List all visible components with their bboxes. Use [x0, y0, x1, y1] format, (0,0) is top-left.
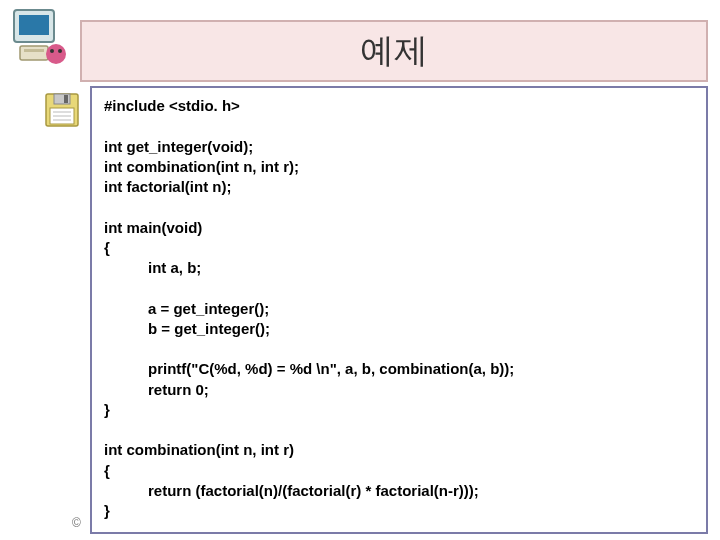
- code-line: {: [104, 238, 694, 258]
- code-blank: [104, 420, 694, 440]
- code-line: int factorial(int n);: [104, 177, 694, 197]
- code-line: printf("C(%d, %d) = %d \n", a, b, combin…: [104, 359, 694, 379]
- code-line: return 0;: [104, 380, 694, 400]
- code-line: b = get_integer();: [104, 319, 694, 339]
- code-line: #include <stdio. h>: [104, 96, 694, 116]
- svg-rect-9: [64, 95, 68, 103]
- code-line: int combination(int n, int r);: [104, 157, 694, 177]
- code-line: a = get_integer();: [104, 299, 694, 319]
- svg-point-4: [46, 44, 66, 64]
- svg-rect-2: [20, 46, 48, 60]
- svg-rect-3: [24, 49, 44, 52]
- code-line: }: [104, 501, 694, 521]
- code-box: #include <stdio. h> int get_integer(void…: [90, 86, 708, 534]
- code-line: {: [104, 461, 694, 481]
- copyright-symbol: ©: [72, 516, 81, 530]
- page-title: 예제: [360, 28, 428, 74]
- code-blank: [104, 116, 694, 136]
- code-line: return (factorial(n)/(factorial(r) * fac…: [104, 481, 694, 501]
- code-line: int a, b;: [104, 258, 694, 278]
- title-bar: 예제: [80, 20, 708, 82]
- code-line: }: [104, 400, 694, 420]
- code-blank: [104, 278, 694, 298]
- floppy-disk-icon: [44, 92, 80, 128]
- code-line: int get_integer(void);: [104, 137, 694, 157]
- code-blank: [104, 339, 694, 359]
- computer-icon: [10, 6, 74, 70]
- svg-rect-1: [19, 15, 49, 35]
- svg-point-6: [58, 49, 62, 53]
- code-blank: [104, 197, 694, 217]
- svg-point-5: [50, 49, 54, 53]
- code-line: int main(void): [104, 218, 694, 238]
- code-line: int combination(int n, int r): [104, 440, 694, 460]
